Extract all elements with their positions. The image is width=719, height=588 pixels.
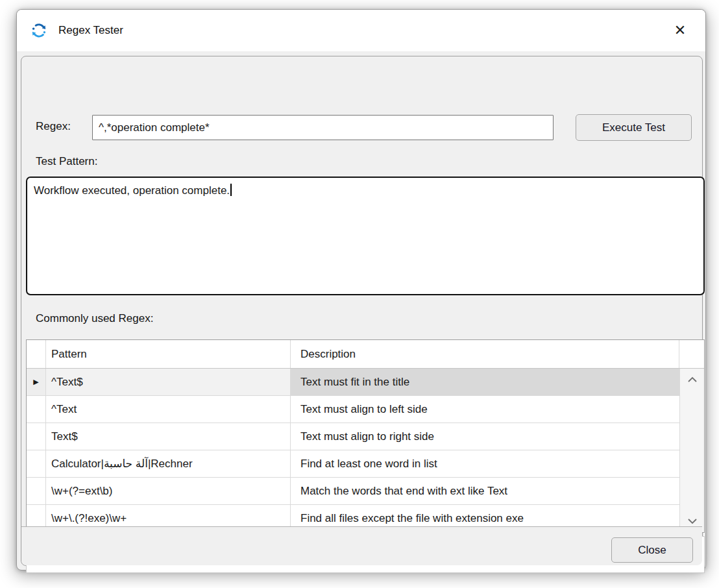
table-row[interactable]: \w+(?=ext\b) Match the words that end wi… xyxy=(27,478,679,505)
title-bar[interactable]: Regex Tester ✕ xyxy=(17,10,705,51)
table-row[interactable]: Calculator|آلة حاسبة|Rechner Find at lea… xyxy=(27,450,679,478)
row-selector-cell[interactable] xyxy=(27,423,46,450)
pattern-cell[interactable]: Text$ xyxy=(46,423,291,450)
scroll-up-icon[interactable] xyxy=(685,375,700,384)
description-cell[interactable]: Find at least one word in list xyxy=(291,450,679,477)
row-selector-cell[interactable]: ▶ xyxy=(27,369,46,395)
row-selector-header-cell xyxy=(27,340,46,368)
table-header-row: Pattern Description xyxy=(27,340,704,369)
pattern-column-header[interactable]: Pattern xyxy=(46,340,291,368)
table-row[interactable]: Text$ Text must align to right side xyxy=(27,423,679,450)
row-selector-cell[interactable] xyxy=(27,396,46,423)
table-body: ▶ ^Text$ Text must fit in the title ^Tex… xyxy=(27,369,679,532)
content-groupbox: Regex: Execute Test Test Pattern: Workfl… xyxy=(21,56,703,566)
test-pattern-label: Test Pattern: xyxy=(36,155,97,168)
common-regex-table: Pattern Description ▶ ^Text$ Text must f… xyxy=(26,339,705,533)
table-row[interactable]: ▶ ^Text$ Text must fit in the title xyxy=(27,369,679,396)
pattern-cell[interactable]: Calculator|آلة حاسبة|Rechner xyxy=(46,450,291,477)
regex-label: Regex: xyxy=(36,120,71,133)
description-cell[interactable]: Text must align to left side xyxy=(291,396,679,423)
pattern-cell[interactable]: ^Text$ xyxy=(46,369,291,395)
test-pattern-textarea[interactable]: Workflow executed, operation complete. xyxy=(26,177,705,295)
text-caret xyxy=(230,184,232,196)
regex-tester-dialog: Regex Tester ✕ Regex: Execute Test Test … xyxy=(16,9,706,570)
footer-bar: Close xyxy=(21,526,702,565)
table-row[interactable]: ^Text Text must align to left side xyxy=(27,396,679,423)
scroll-down-icon[interactable] xyxy=(685,517,700,526)
execute-test-button[interactable]: Execute Test xyxy=(576,114,692,141)
commonly-used-regex-label: Commonly used Regex: xyxy=(36,312,153,325)
window-title: Regex Tester xyxy=(58,24,123,37)
vertical-scrollbar[interactable] xyxy=(679,369,704,532)
scrollbar-header-cell xyxy=(679,340,704,368)
description-cell[interactable]: Text must fit in the title xyxy=(291,369,679,395)
test-pattern-text: Workflow executed, operation complete. xyxy=(34,184,230,197)
description-cell[interactable]: Match the words that end with ext like T… xyxy=(291,478,679,504)
close-button[interactable]: Close xyxy=(611,537,693,563)
pattern-cell[interactable]: \w+(?=ext\b) xyxy=(46,478,291,504)
row-selector-cell[interactable] xyxy=(27,478,46,504)
description-cell[interactable]: Text must align to right side xyxy=(291,423,679,450)
row-selector-cell[interactable] xyxy=(27,450,46,477)
sync-arrows-icon xyxy=(30,22,47,39)
pattern-cell[interactable]: ^Text xyxy=(46,396,291,423)
description-column-header[interactable]: Description xyxy=(291,340,679,368)
close-window-icon[interactable]: ✕ xyxy=(669,10,691,51)
regex-input[interactable] xyxy=(92,115,554,140)
